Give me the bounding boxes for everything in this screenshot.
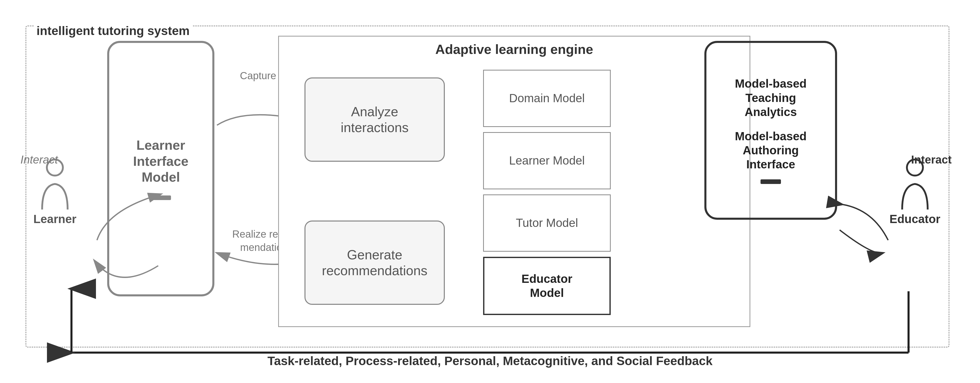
learner-interface-phone: LearnerInterfaceModel — [107, 41, 215, 296]
right-system-area: Model-basedTeachingAnalytics Model-based… — [704, 41, 847, 220]
generate-recommendations-label: Generaterecommendations — [322, 247, 427, 279]
educator-model-box: EducatorModel — [483, 257, 611, 315]
interact-right-label: Interact — [911, 153, 952, 166]
learner-model-label: Learner Model — [509, 153, 585, 168]
models-column: Domain Model Learner Model Tutor Model E… — [483, 70, 611, 315]
educator-figure-icon — [896, 158, 934, 209]
learner-area: Learner — [13, 158, 97, 226]
adaptive-engine-label: Adaptive learning engine — [435, 41, 593, 57]
educator-area: Educator — [873, 158, 957, 226]
diagram-container: intelligent tutoring system — [10, 10, 970, 373]
learner-model-box: Learner Model — [483, 132, 611, 189]
learner-phone-bar — [151, 195, 171, 200]
educator-model-label: EducatorModel — [522, 272, 572, 300]
generate-recommendations-box: Generaterecommendations — [304, 220, 445, 305]
tutor-model-label: Tutor Model — [516, 216, 578, 230]
teaching-analytics-label: Model-basedTeachingAnalytics — [735, 77, 807, 119]
right-phone-bar — [760, 179, 781, 184]
adaptive-engine-box: Adaptive learning engine Analyzeinteract… — [278, 36, 750, 327]
analyze-interactions-box: Analyzeinteractions — [304, 77, 445, 162]
learner-figure-icon — [36, 158, 74, 209]
domain-model-label: Domain Model — [509, 91, 585, 105]
tutor-model-box: Tutor Model — [483, 195, 611, 252]
interact-left-label: Interact — [21, 153, 58, 166]
authoring-interface-label: Model-basedAuthoringInterface — [735, 129, 807, 172]
analyze-interactions-label: Analyzeinteractions — [341, 104, 409, 136]
feedback-label: Task-related, Process-related, Personal,… — [267, 354, 713, 368]
educator-label: Educator — [873, 212, 957, 226]
learner-label: Learner — [13, 212, 97, 226]
teaching-analytics-phone: Model-basedTeachingAnalytics Model-based… — [704, 41, 837, 220]
domain-model-box: Domain Model — [483, 70, 611, 127]
learner-interface-label: LearnerInterfaceModel — [133, 137, 189, 185]
its-label: intelligent tutoring system — [34, 24, 192, 38]
